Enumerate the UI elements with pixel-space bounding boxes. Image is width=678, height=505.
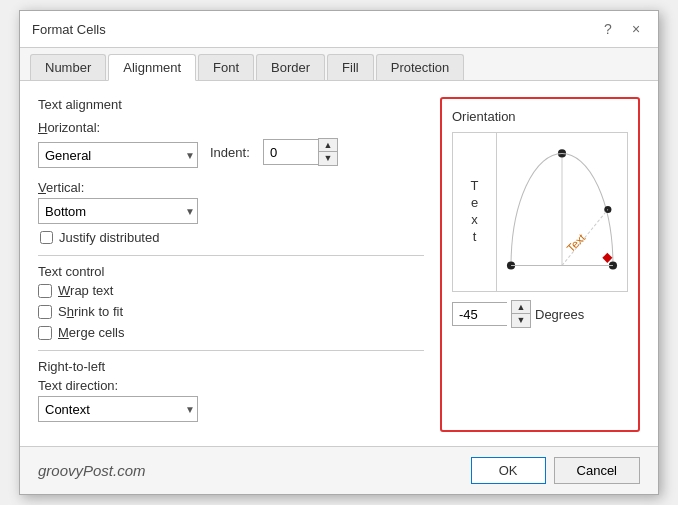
indent-input[interactable] xyxy=(263,139,318,165)
vertical-text-box: T e x t xyxy=(453,133,497,291)
right-to-left-title: Right-to-left xyxy=(38,359,424,374)
tab-protection[interactable]: Protection xyxy=(376,54,465,80)
tab-border[interactable]: Border xyxy=(256,54,325,80)
tab-number[interactable]: Number xyxy=(30,54,106,80)
svg-text:Text: Text xyxy=(564,231,588,255)
text-direction-select[interactable]: Context Left-to-Right Right-to-Left xyxy=(38,396,198,422)
title-bar: Format Cells ? × xyxy=(20,11,658,48)
dialog-content: Text alignment Horizontal: General Left … xyxy=(20,81,658,446)
divider-2 xyxy=(38,350,424,351)
degrees-up-button[interactable]: ▲ xyxy=(512,301,530,314)
degrees-input[interactable] xyxy=(452,302,507,326)
shrink-to-fit-row: Shrink to fit xyxy=(38,304,424,319)
horizontal-select-wrapper: General Left Center Right ▼ xyxy=(38,142,198,168)
vertical-select[interactable]: Top Center Bottom Justify Distributed xyxy=(38,198,198,224)
wrap-text-label: Wrap text xyxy=(58,283,113,298)
text-direction-select-wrapper: Context Left-to-Right Right-to-Left ▼ xyxy=(38,396,198,422)
horizontal-label: Horizontal: xyxy=(38,120,424,135)
footer-buttons: OK Cancel xyxy=(471,457,640,484)
vertical-letter-t2: t xyxy=(473,229,477,246)
orientation-panel: Orientation T e x t xyxy=(440,97,640,432)
merge-cells-label: Merge cells xyxy=(58,325,124,340)
dialog-title: Format Cells xyxy=(32,22,106,37)
shrink-to-fit-label: Shrink to fit xyxy=(58,304,123,319)
indent-label: Indent: xyxy=(210,145,255,160)
vertical-select-wrapper: Top Center Bottom Justify Distributed ▼ xyxy=(38,198,198,224)
text-alignment-section: Text alignment Horizontal: General Left … xyxy=(38,97,424,245)
orientation-semicircle[interactable]: Text xyxy=(497,133,627,291)
tab-fill[interactable]: Fill xyxy=(327,54,374,80)
indent-spinner: ▲ ▼ xyxy=(263,138,338,166)
format-cells-dialog: Format Cells ? × Number Alignment Font B… xyxy=(19,10,659,495)
ok-button[interactable]: OK xyxy=(471,457,546,484)
indent-down-button[interactable]: ▼ xyxy=(319,152,337,165)
orientation-widget[interactable]: T e x t xyxy=(452,132,628,292)
justify-distributed-checkbox[interactable] xyxy=(40,231,53,244)
cancel-button[interactable]: Cancel xyxy=(554,457,640,484)
svg-rect-6 xyxy=(602,253,612,263)
footer-logo: groovyPost.com xyxy=(38,462,146,479)
left-panel: Text alignment Horizontal: General Left … xyxy=(38,97,424,432)
indent-spinner-buttons: ▲ ▼ xyxy=(318,138,338,166)
vertical-letter-e: e xyxy=(471,195,478,212)
vertical-label: Vertical: xyxy=(38,180,424,195)
tab-font[interactable]: Font xyxy=(198,54,254,80)
merge-cells-checkbox[interactable] xyxy=(38,326,52,340)
text-control-title: Text control xyxy=(38,264,424,279)
orientation-svg: Text xyxy=(497,133,627,291)
horizontal-select[interactable]: General Left Center Right xyxy=(38,142,198,168)
text-alignment-title: Text alignment xyxy=(38,97,424,112)
justify-distributed-label: Justify distributed xyxy=(59,230,159,245)
vertical-letter-t: T xyxy=(471,178,479,195)
text-control-section: Text control Wrap text Shrink to fit Mer… xyxy=(38,264,424,340)
degrees-down-button[interactable]: ▼ xyxy=(512,314,530,327)
vertical-letter-x: x xyxy=(471,212,478,229)
indent-row: Indent: ▲ ▼ xyxy=(210,138,338,166)
merge-cells-row: Merge cells xyxy=(38,325,424,340)
indent-up-button[interactable]: ▲ xyxy=(319,139,337,152)
justify-distributed-row: Justify distributed xyxy=(40,230,424,245)
right-to-left-section: Right-to-left Text direction: Context Le… xyxy=(38,359,424,422)
footer: groovyPost.com OK Cancel xyxy=(20,446,658,494)
vertical-text-letters: T e x t xyxy=(471,178,479,246)
divider-1 xyxy=(38,255,424,256)
close-icon[interactable]: × xyxy=(626,19,646,39)
degrees-label: Degrees xyxy=(535,307,584,322)
shrink-to-fit-checkbox[interactable] xyxy=(38,305,52,319)
degrees-spinner-buttons: ▲ ▼ xyxy=(511,300,531,328)
tab-bar: Number Alignment Font Border Fill Protec… xyxy=(20,48,658,81)
wrap-text-checkbox[interactable] xyxy=(38,284,52,298)
degrees-row: ▲ ▼ Degrees xyxy=(452,300,628,328)
help-icon[interactable]: ? xyxy=(598,19,618,39)
text-direction-label: Text direction: xyxy=(38,378,424,393)
tab-alignment[interactable]: Alignment xyxy=(108,54,196,81)
wrap-text-row: Wrap text xyxy=(38,283,424,298)
orientation-title: Orientation xyxy=(452,109,628,124)
title-icons: ? × xyxy=(598,19,646,39)
